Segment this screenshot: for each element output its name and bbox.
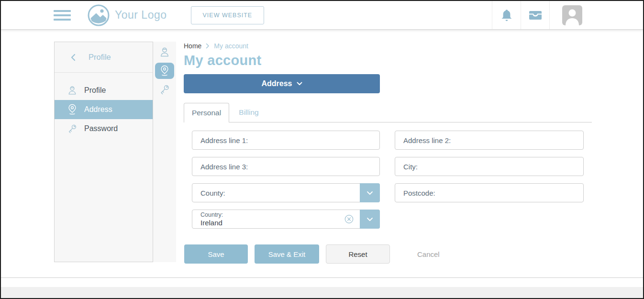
postcode-input[interactable] (395, 183, 584, 202)
sidebar-back-button[interactable]: Profile (55, 42, 153, 73)
save-and-exit-button[interactable]: Save & Exit (255, 244, 319, 264)
cancel-button[interactable]: Cancel (417, 250, 440, 258)
key-icon (67, 123, 78, 134)
rail-item-password[interactable] (159, 84, 170, 95)
sidebar-icon-rail (153, 42, 176, 262)
sidebar-back-label: Profile (89, 53, 111, 62)
chevron-right-icon (206, 43, 210, 49)
chevron-down-icon (297, 82, 302, 86)
bell-icon (500, 9, 513, 22)
county-field-wrap (192, 183, 380, 202)
sidebar-item-profile[interactable]: Profile (55, 81, 153, 100)
address-line-1-field-wrap (192, 131, 380, 150)
address-line-3-input[interactable] (192, 157, 380, 176)
key-icon (159, 84, 170, 95)
reset-button[interactable]: Reset (326, 244, 390, 264)
logo-text: Your Logo (115, 9, 167, 22)
city-field-wrap (395, 157, 584, 176)
avatar (562, 5, 582, 25)
sidebar: Profile Profile (54, 42, 153, 262)
address-form: Country: Ireland (192, 131, 592, 229)
tab-personal[interactable]: Personal (184, 103, 229, 122)
top-header: Your Logo VIEW WEBSITE (1, 1, 643, 30)
city-input[interactable] (395, 157, 584, 176)
empty-grid-cell (395, 210, 584, 229)
logo[interactable]: Your Logo (87, 4, 167, 27)
save-button[interactable]: Save (184, 244, 248, 264)
hamburger-bar (54, 10, 71, 12)
footer-divider (1, 277, 643, 278)
app-window: Your Logo VIEW WEBSITE (0, 0, 644, 299)
view-website-button[interactable]: VIEW WEBSITE (191, 6, 265, 24)
pin-icon (159, 65, 170, 77)
main-content: Home My account My account Address Perso… (184, 42, 592, 264)
address-line-3-field-wrap (192, 157, 380, 176)
footer-band (1, 287, 643, 298)
county-input[interactable] (192, 183, 380, 202)
hamburger-bar (54, 14, 71, 16)
sidebar-item-label: Address (84, 105, 112, 114)
logo-image-icon (87, 4, 110, 27)
address-section-dropdown[interactable]: Address (184, 74, 380, 93)
chevron-down-icon (366, 191, 373, 195)
clear-icon[interactable] (344, 215, 354, 224)
address-line-2-input[interactable] (395, 131, 584, 150)
hamburger-bar (54, 19, 71, 21)
rail-item-address[interactable] (155, 63, 174, 79)
profile-avatar-cell[interactable] (549, 1, 643, 29)
pin-icon (67, 104, 78, 115)
address-line-2-field-wrap (395, 131, 584, 150)
chevron-left-icon (70, 54, 76, 61)
tab-billing[interactable]: Billing (229, 102, 268, 122)
hamburger-menu-icon[interactable] (54, 8, 71, 23)
person-icon (67, 85, 78, 96)
inbox-cell[interactable] (521, 1, 549, 29)
breadcrumb-home-link[interactable]: Home (184, 42, 201, 50)
tab-bar: Personal Billing (184, 103, 592, 122)
header-right-toolbar (492, 1, 643, 29)
breadcrumb: Home My account (184, 42, 592, 50)
postcode-field-wrap (395, 183, 584, 202)
sidebar-item-password[interactable]: Password (55, 119, 153, 138)
section-dropdown-label: Address (261, 79, 292, 88)
sidebar-item-label: Password (84, 124, 118, 133)
sidebar-item-label: Profile (84, 86, 106, 95)
sidebar-items: Profile Address (55, 73, 153, 138)
breadcrumb-current: My account (214, 42, 248, 50)
notifications-cell[interactable] (492, 1, 521, 29)
inbox-icon (528, 10, 543, 21)
form-actions: Save Save & Exit Reset Cancel (184, 244, 592, 264)
page-title: My account (184, 53, 592, 68)
country-dropdown-button[interactable] (360, 210, 380, 229)
county-dropdown-button[interactable] (360, 183, 380, 202)
rail-item-profile[interactable] (159, 46, 170, 58)
sidebar-item-address[interactable]: Address (55, 100, 153, 119)
person-icon (159, 46, 170, 58)
address-line-1-input[interactable] (192, 131, 380, 150)
country-field[interactable]: Country: Ireland (192, 210, 380, 229)
chevron-down-icon (366, 217, 373, 221)
